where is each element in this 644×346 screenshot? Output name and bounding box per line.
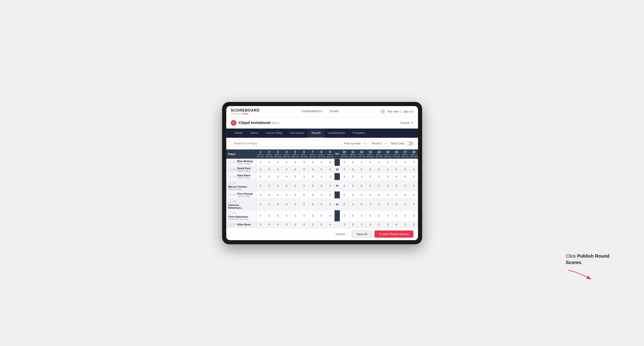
score-hole-12[interactable]: 5	[357, 166, 366, 173]
score-hole-10[interactable]: 3	[340, 173, 348, 180]
tab-teams[interactable]: Teams	[246, 129, 262, 138]
score-hole-9[interactable]: 3	[326, 173, 334, 180]
score-hole-4[interactable]: 5	[282, 191, 291, 198]
score-hole-15[interactable]: 3	[383, 180, 392, 191]
score-hole-4[interactable]: 3	[282, 198, 291, 210]
score-hole-7[interactable]: 4	[308, 191, 317, 198]
score-hole-12[interactable]: 5	[357, 180, 366, 191]
sign-out-link[interactable]: Sign out	[403, 110, 413, 113]
score-hole-16[interactable]: 5	[392, 180, 401, 191]
nav-tournaments[interactable]: TOURNAMENTS	[301, 110, 322, 113]
score-hole-5[interactable]: 4	[291, 198, 300, 210]
score-hole-14[interactable]: 3	[375, 173, 384, 180]
score-hole-3[interactable]: 3	[274, 173, 282, 180]
score-hole-2[interactable]: 3	[265, 166, 274, 173]
score-hole-14[interactable]: 3	[375, 166, 384, 173]
score-hole-7[interactable]: 6	[308, 198, 317, 210]
score-hole-16[interactable]: 4	[392, 210, 401, 221]
score-hole-17[interactable]: 3	[401, 221, 410, 227]
score-hole-15[interactable]: 4	[383, 166, 392, 173]
score-hole-16[interactable]: 5	[392, 166, 401, 173]
score-hole-1[interactable]: 3	[256, 191, 265, 198]
score-hole-14[interactable]: 3	[375, 198, 384, 210]
score-hole-18[interactable]: 3	[410, 166, 418, 173]
score-hole-7[interactable]: 5	[308, 173, 317, 180]
score-hole-3[interactable]: 5	[274, 159, 282, 166]
score-hole-5[interactable]: 3	[291, 180, 300, 191]
tab-results[interactable]: Results	[308, 129, 324, 138]
score-hole-5[interactable]: 3	[291, 173, 300, 180]
score-hole-7[interactable]: 3	[308, 221, 317, 227]
score-hole-13[interactable]: 3	[366, 198, 375, 210]
score-hole-16[interactable]: 4	[392, 221, 401, 227]
score-hole-18[interactable]: 5	[410, 173, 418, 180]
tab-tee-groups[interactable]: Tee Groups	[286, 129, 308, 138]
score-hole-13[interactable]: 4	[366, 221, 375, 227]
score-hole-18[interactable]: 3	[410, 198, 418, 210]
score-hole-9[interactable]: 4	[326, 221, 334, 227]
tournament-cancel-button[interactable]: Cancel ✕	[400, 121, 413, 124]
score-hole-2[interactable]: 3	[265, 191, 274, 198]
score-hole-8[interactable]: 3	[317, 180, 326, 191]
score-hole-10[interactable]: 5	[340, 191, 348, 198]
score-hole-11[interactable]: 5	[348, 180, 357, 191]
score-hole-18[interactable]: 3	[410, 221, 418, 227]
score-hole-9[interactable]: 5	[326, 198, 334, 210]
score-hole-16[interactable]: 5	[392, 159, 401, 166]
score-hole-7[interactable]: 4	[308, 166, 317, 173]
score-hole-8[interactable]: 3	[317, 191, 326, 198]
score-hole-14[interactable]: 5	[375, 210, 384, 221]
score-hole-13[interactable]: 5	[366, 180, 375, 191]
score-hole-1[interactable]: 6	[256, 166, 265, 173]
score-hole-10[interactable]: 3	[340, 159, 348, 166]
score-hole-10[interactable]: 3	[340, 210, 348, 221]
score-hole-9[interactable]: 4	[326, 210, 334, 221]
save-all-button[interactable]: Save All	[352, 230, 372, 238]
score-hole-14[interactable]: 4	[375, 180, 384, 191]
score-hole-7[interactable]: 5	[308, 180, 317, 191]
tab-details[interactable]: Details	[231, 129, 247, 138]
score-hole-8[interactable]: 5	[317, 159, 326, 166]
score-hole-4[interactable]: 5	[282, 210, 291, 221]
score-hole-6[interactable]: 3	[300, 198, 308, 210]
score-hole-2[interactable]: 3	[265, 173, 274, 180]
score-hole-18[interactable]: 3	[410, 210, 418, 221]
score-hole-16[interactable]: 4	[392, 173, 401, 180]
score-hole-17[interactable]: 4	[401, 166, 410, 173]
score-hole-17[interactable]: 4	[401, 198, 410, 210]
score-hole-6[interactable]: 4	[300, 210, 308, 221]
score-hole-14[interactable]: 5	[375, 221, 384, 227]
score-hole-1[interactable]: 3	[256, 210, 265, 221]
score-hole-8[interactable]: 3	[317, 198, 326, 210]
score-hole-8[interactable]: 5	[317, 166, 326, 173]
score-hole-2[interactable]: 4	[265, 198, 274, 210]
score-hole-6[interactable]: 3	[300, 180, 308, 191]
score-hole-12[interactable]: 3	[357, 173, 366, 180]
score-hole-4[interactable]: 5	[282, 180, 291, 191]
score-hole-17[interactable]: 6	[401, 173, 410, 180]
score-hole-18[interactable]: 6	[410, 191, 418, 198]
score-hole-15[interactable]: 5	[383, 173, 392, 180]
score-hole-13[interactable]: 4	[366, 210, 375, 221]
score-hole-5[interactable]: 3	[291, 210, 300, 221]
score-hole-3[interactable]: 4	[274, 210, 282, 221]
score-hole-6[interactable]: 3	[300, 166, 308, 173]
score-hole-15[interactable]: 4	[383, 191, 392, 198]
score-hole-9[interactable]: 5	[326, 191, 334, 198]
score-hole-13[interactable]: 5	[366, 159, 375, 166]
score-hole-4[interactable]: 4	[282, 173, 291, 180]
score-hole-3[interactable]: 4	[274, 191, 282, 198]
score-hole-5[interactable]: 3	[291, 191, 300, 198]
score-hole-8[interactable]: 5	[317, 210, 326, 221]
score-hole-10[interactable]: 6	[340, 198, 348, 210]
cancel-button[interactable]: Cancel	[331, 230, 349, 238]
round-filter-select[interactable]: Round 3	[369, 140, 388, 147]
score-hole-4[interactable]: 5	[282, 159, 291, 166]
score-hole-7[interactable]: 3	[308, 210, 317, 221]
score-hole-17[interactable]: 5	[401, 191, 410, 198]
score-hole-1[interactable]: 3	[256, 221, 265, 227]
search-input[interactable]	[231, 140, 339, 147]
nav-teams[interactable]: TEAMS	[329, 110, 339, 113]
score-hole-6[interactable]: 5	[300, 191, 308, 198]
totals-toggle-switch[interactable]	[406, 142, 414, 146]
